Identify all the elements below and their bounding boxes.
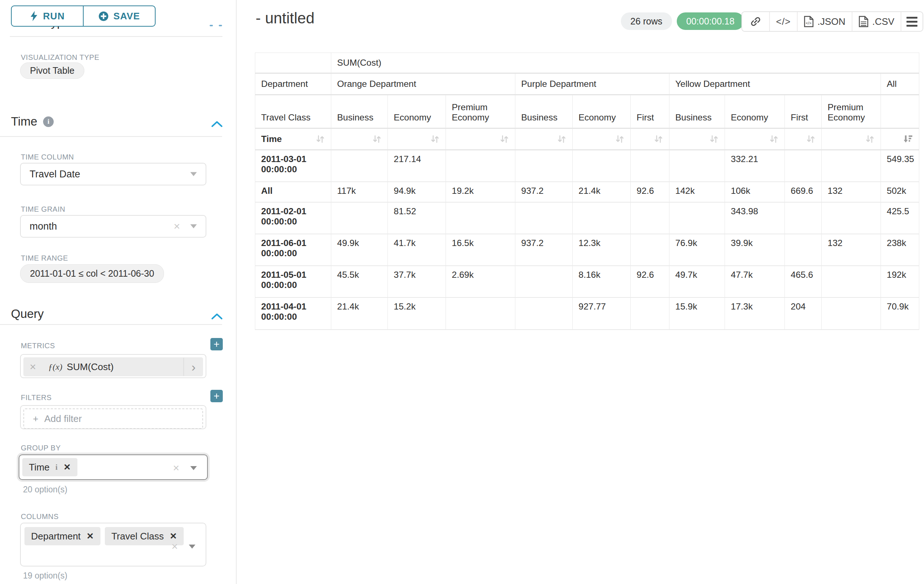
value-cell: 132 xyxy=(822,182,881,202)
copy-link-button[interactable] xyxy=(742,12,769,31)
value-cell: 465.6 xyxy=(785,266,822,298)
metric-pill[interactable]: × ƒ(x) SUM(Cost) › xyxy=(23,357,203,376)
info-icon: i xyxy=(43,117,54,127)
column-sort-header[interactable] xyxy=(785,128,822,150)
chart-title[interactable]: - untitled xyxy=(256,10,314,27)
travel-class-cell: Business xyxy=(670,95,725,128)
group-by-select[interactable]: Time i ✕ × xyxy=(19,454,208,480)
caret-down-icon xyxy=(190,172,197,176)
value-cell: 937.2 xyxy=(515,182,573,202)
value-cell: 238k xyxy=(881,234,919,266)
columns-select[interactable]: Department ✕ Travel Class ✕ × xyxy=(20,523,206,566)
collapse-chevron-up-icon[interactable] xyxy=(211,313,223,320)
remove-chip-icon[interactable]: ✕ xyxy=(170,531,177,541)
value-cell xyxy=(515,202,573,234)
value-cell: 117k xyxy=(331,182,388,202)
value-cell: 39.9k xyxy=(725,234,785,266)
value-cell: 92.6 xyxy=(631,182,670,202)
value-cell: 45.5k xyxy=(331,266,388,298)
visualization-type-label: VISUALIZATION TYPE xyxy=(21,53,99,62)
all-column-sort-header-active[interactable] xyxy=(881,128,919,150)
column-sort-header[interactable] xyxy=(631,128,670,150)
value-cell xyxy=(670,150,725,182)
remove-metric-icon[interactable]: × xyxy=(23,360,42,373)
value-cell: 217.14 xyxy=(388,150,446,182)
time-column-value: Travel Date xyxy=(30,169,80,180)
column-sort-header[interactable] xyxy=(446,128,515,150)
panel-drag-dots[interactable] xyxy=(210,25,222,26)
clear-icon[interactable]: × xyxy=(171,540,178,553)
add-metric-button[interactable]: + xyxy=(210,338,223,350)
export-csv-button[interactable]: .CSV xyxy=(852,12,901,31)
collapse-chevron-up-icon[interactable] xyxy=(211,120,223,128)
value-cell xyxy=(822,298,881,330)
visualization-type-chip[interactable]: Pivot Table xyxy=(20,63,84,79)
sort-icon xyxy=(865,134,875,144)
column-sort-header[interactable] xyxy=(388,128,446,150)
chip-label: Time xyxy=(29,462,50,473)
value-cell xyxy=(573,202,631,234)
sort-icon xyxy=(315,134,325,144)
row-time-cell: 2011-03-01 00:00:00 xyxy=(255,150,331,182)
value-cell: 937.2 xyxy=(515,234,573,266)
column-sort-header[interactable] xyxy=(822,128,881,150)
export-toolbar: </> </> .JSON .CSV xyxy=(741,12,923,32)
remove-chip-icon[interactable]: ✕ xyxy=(64,462,71,472)
expand-metric-chevron-icon[interactable]: › xyxy=(183,358,203,376)
sort-icon xyxy=(557,134,566,144)
export-json-button[interactable]: </> .JSON xyxy=(797,12,852,31)
value-cell: 204 xyxy=(785,298,822,330)
value-cell xyxy=(785,150,822,182)
column-sort-header[interactable] xyxy=(573,128,631,150)
metrics-control: × ƒ(x) SUM(Cost) › xyxy=(20,354,206,378)
run-button[interactable]: RUN xyxy=(12,6,83,26)
value-cell xyxy=(515,298,573,330)
value-cell: 94.9k xyxy=(388,182,446,202)
value-cell xyxy=(785,234,822,266)
value-cell: 92.6 xyxy=(631,266,670,298)
export-json-label: .JSON xyxy=(817,16,845,27)
time-grain-label: TIME GRAIN xyxy=(21,205,65,214)
remove-chip-icon[interactable]: ✕ xyxy=(87,531,94,541)
value-cell xyxy=(446,298,515,330)
add-filter-plus-button[interactable]: + xyxy=(210,390,223,402)
add-filter-button[interactable]: + Add filter xyxy=(23,408,203,429)
json-file-icon: </> xyxy=(804,16,814,27)
column-sort-header[interactable] xyxy=(515,128,573,150)
clear-icon[interactable]: × xyxy=(173,462,179,474)
view-query-button[interactable]: </> xyxy=(769,12,797,31)
time-sort-header[interactable]: Time xyxy=(255,128,331,150)
sort-icon xyxy=(430,134,440,144)
time-range-chip[interactable]: 2011-01-01 ≤ col < 2011-06-30 xyxy=(20,264,164,283)
save-button[interactable]: SAVE xyxy=(83,6,155,26)
bolt-icon xyxy=(30,11,38,21)
column-sort-header[interactable] xyxy=(331,128,388,150)
time-grain-select[interactable]: month × xyxy=(20,215,206,238)
value-cell: 41.7k xyxy=(388,234,446,266)
clear-icon[interactable]: × xyxy=(173,220,180,232)
more-options-button[interactable] xyxy=(901,12,922,31)
value-cell xyxy=(631,234,670,266)
group-by-label: GROUP BY xyxy=(21,444,61,452)
column-info-icon: i xyxy=(56,463,58,472)
group-by-chip-time[interactable]: Time i ✕ xyxy=(22,458,78,476)
columns-chip-department[interactable]: Department ✕ xyxy=(25,527,101,545)
value-cell xyxy=(670,202,725,234)
add-filter-text: Add filter xyxy=(44,413,82,424)
value-cell: 16.5k xyxy=(446,234,515,266)
travel-class-cell: Economy xyxy=(573,95,631,128)
travel-class-empty-cell xyxy=(881,95,919,128)
corner-cell xyxy=(255,53,331,73)
menu-icon xyxy=(906,17,917,26)
column-sort-header[interactable] xyxy=(725,128,785,150)
chip-label: Travel Class xyxy=(111,531,164,542)
time-column-select[interactable]: Travel Date xyxy=(20,163,206,186)
pivot-table: SUM(Cost)DepartmentOrange DepartmentPurp… xyxy=(255,53,919,330)
metric-header-cell: SUM(Cost) xyxy=(331,53,919,73)
value-cell: 502k xyxy=(881,182,919,202)
value-cell: 12.3k xyxy=(573,234,631,266)
value-cell xyxy=(573,150,631,182)
travel-class-cell: Business xyxy=(331,95,388,128)
column-sort-header[interactable] xyxy=(670,128,725,150)
value-cell: 15.2k xyxy=(388,298,446,330)
